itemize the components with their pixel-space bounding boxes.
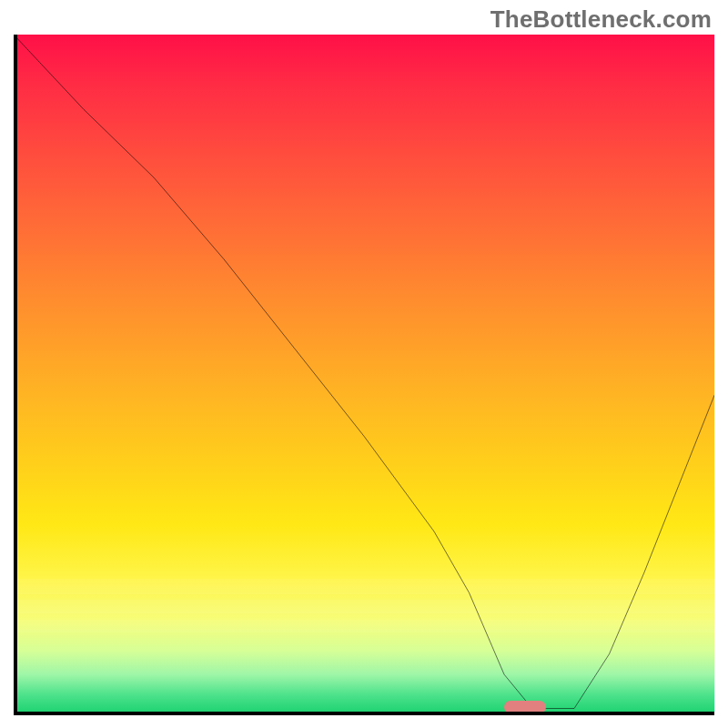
watermark-text: TheBottleneck.com <box>490 5 712 34</box>
bottleneck-curve <box>14 35 714 709</box>
plot-area <box>14 35 714 715</box>
chart-container: TheBottleneck.com <box>0 0 728 728</box>
optimal-range-marker <box>504 701 546 713</box>
curve-layer <box>14 35 714 715</box>
